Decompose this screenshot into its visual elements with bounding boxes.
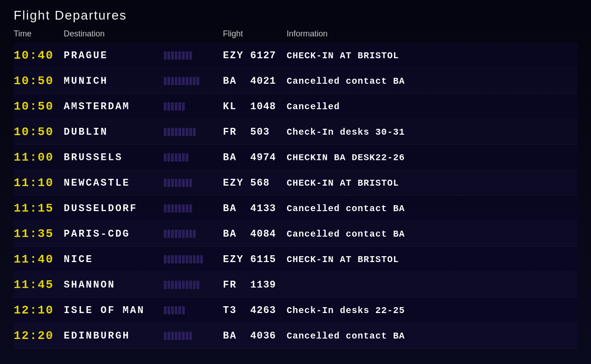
flight-time: 11:40 — [14, 253, 64, 266]
destination-pixel-fill — [164, 51, 223, 60]
flight-time: 11:10 — [14, 176, 64, 190]
flight-time: 10:40 — [14, 49, 64, 62]
header-time: Time — [14, 29, 64, 39]
flight-airline: EZY — [223, 50, 250, 61]
flight-info: Cancelled — [287, 101, 577, 112]
flight-number: 4084 — [250, 228, 287, 240]
flight-info: Cancelled contact BA — [287, 203, 577, 214]
header-flightnum — [250, 29, 287, 39]
flight-destination: NEWCASTLE — [64, 177, 164, 189]
flight-info: Cancelled contact BA — [287, 76, 577, 86]
flight-info: Cancelled contact BA — [287, 229, 577, 239]
flight-airline: BA — [223, 76, 250, 87]
flight-destination: AMSTERDAM — [64, 101, 164, 112]
flight-time: 10:50 — [14, 74, 64, 88]
flight-destination: SHANNON — [64, 279, 164, 291]
flight-destination: DUBLIN — [64, 126, 164, 138]
table-row: 11:35PARIS-CDGBA4084Cancelled contact BA — [14, 222, 577, 247]
flight-destination: BRUSSELS — [64, 152, 164, 163]
flight-number: 4036 — [250, 330, 287, 342]
flight-time: 11:45 — [14, 278, 64, 292]
destination-pixel-fill — [164, 153, 223, 162]
flight-number: 1048 — [250, 101, 287, 112]
destination-pixel-fill — [164, 204, 223, 212]
flight-airline: BA — [223, 228, 250, 240]
destination-pixel-fill — [164, 77, 223, 85]
flight-number: 4021 — [250, 76, 287, 87]
table-row: 12:20EDINBURGHBA4036Cancelled contact BA — [14, 324, 577, 349]
flight-time: 12:20 — [14, 329, 64, 343]
flight-info: CHECK-IN AT BRISTOL — [287, 51, 577, 61]
header-flight-label: Flight — [223, 29, 250, 39]
flight-airline: BA — [223, 152, 250, 163]
table-row: 10:50DUBLINFR503Check-In desks 30-31 — [14, 120, 577, 145]
flight-destination: NICE — [64, 254, 164, 265]
flight-destination: DUSSELDORF — [64, 203, 164, 214]
flight-number: 4974 — [250, 152, 287, 163]
flight-destination: PRAGUE — [64, 50, 164, 61]
flight-airline: KL — [223, 101, 250, 112]
flight-number: 6115 — [250, 254, 287, 265]
table-row: 11:10NEWCASTLEEZY568CHECK-IN AT BRISTOL — [14, 171, 577, 196]
flight-number: 6127 — [250, 50, 287, 61]
flight-time: 10:50 — [14, 100, 64, 113]
flight-info: Check-In desks 22-25 — [287, 305, 577, 316]
flight-destination: PARIS-CDG — [64, 228, 164, 240]
destination-pixel-fill — [164, 102, 223, 111]
flights-list: 10:40PRAGUEEZY6127CHECK-IN AT BRISTOL10:… — [14, 43, 577, 349]
destination-pixel-fill — [164, 179, 223, 187]
flight-destination: EDINBURGH — [64, 330, 164, 342]
flight-info: CHECK-IN AT BRISTOL — [287, 178, 577, 188]
destination-pixel-fill — [164, 255, 223, 263]
table-row: 11:00BRUSSELSBA4974CHECKIN BA DESK22-26 — [14, 145, 577, 170]
flight-time: 11:15 — [14, 202, 64, 215]
flight-number: 503 — [250, 126, 287, 138]
table-row: 11:40NICEEZY6115CHECK-IN AT BRISTOL — [14, 247, 577, 272]
board-title: Flight Departures — [14, 8, 577, 23]
destination-pixel-fill — [164, 230, 223, 238]
table-row: 11:45SHANNONFR1139 — [14, 273, 577, 298]
departures-board: Flight Departures Time Destination Fligh… — [0, 0, 591, 364]
flight-time: 11:00 — [14, 151, 64, 164]
table-header: Time Destination Flight Information — [14, 29, 577, 40]
destination-pixel-fill — [164, 332, 223, 340]
header-destination: Destination — [64, 29, 164, 39]
flight-info: CHECK-IN AT BRISTOL — [287, 254, 577, 265]
flight-info: Cancelled contact BA — [287, 331, 577, 341]
flight-airline: FR — [223, 126, 250, 138]
flight-destination: ISLE OF MAN — [64, 305, 164, 316]
flight-airline: EZY — [223, 177, 250, 189]
flight-info: CHECKIN BA DESK22-26 — [287, 152, 577, 163]
flight-airline: BA — [223, 203, 250, 214]
flight-time: 10:50 — [14, 125, 64, 139]
flight-time: 11:35 — [14, 227, 64, 241]
destination-pixel-fill — [164, 281, 223, 289]
flight-destination: MUNICH — [64, 76, 164, 87]
destination-pixel-fill — [164, 128, 223, 136]
flight-airline: EZY — [223, 254, 250, 265]
flight-number: 4263 — [250, 305, 287, 316]
flight-airline: T3 — [223, 305, 250, 316]
flight-airline: FR — [223, 279, 250, 291]
flight-number: 568 — [250, 177, 287, 189]
table-row: 10:50MUNICHBA4021Cancelled contact BA — [14, 69, 577, 94]
table-row: 12:10ISLE OF MANT34263Check-In desks 22-… — [14, 298, 577, 323]
destination-pixel-fill — [164, 306, 223, 314]
flight-number: 1139 — [250, 279, 287, 291]
table-row: 11:15DUSSELDORFBA4133Cancelled contact B… — [14, 196, 577, 221]
table-row: 10:40PRAGUEEZY6127CHECK-IN AT BRISTOL — [14, 43, 577, 68]
table-row: 10:50AMSTERDAMKL1048Cancelled — [14, 94, 577, 119]
header-spacer — [164, 29, 223, 39]
flight-info: Check-In desks 30-31 — [287, 127, 577, 137]
flight-airline: BA — [223, 330, 250, 342]
flight-number: 4133 — [250, 203, 287, 214]
header-information: Information — [287, 29, 577, 39]
flight-time: 12:10 — [14, 303, 64, 317]
